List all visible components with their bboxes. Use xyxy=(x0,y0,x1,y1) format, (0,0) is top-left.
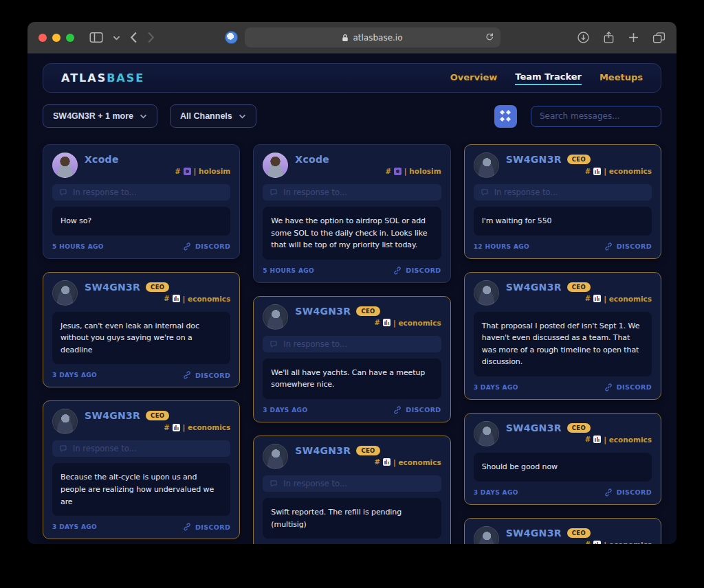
message-card: SW4GN3R CEO # | economics Should be good… xyxy=(464,413,661,505)
card-footer: 3 DAYS AGO DISCORD xyxy=(52,371,230,379)
message-card: SW4GN3R CEO # | economics Jesus, can't e… xyxy=(43,272,240,388)
source-link[interactable]: DISCORD xyxy=(183,523,230,531)
channels-filter-dropdown[interactable]: All Channels xyxy=(170,104,256,128)
reply-bar[interactable]: In response to... xyxy=(263,184,441,201)
channel-hash: # xyxy=(164,424,169,431)
channel-hash: # xyxy=(175,168,180,175)
reply-placeholder: In response to... xyxy=(283,479,347,488)
avatar xyxy=(52,152,78,178)
traffic-lights xyxy=(38,34,74,42)
toolbar-left xyxy=(89,32,155,43)
card-footer: 5 HOURS AGO DISCORD xyxy=(263,267,441,275)
diamond-grid-button[interactable] xyxy=(494,105,517,128)
avatar xyxy=(474,526,499,544)
message-box: We'll all have yachts. Can have a meetup… xyxy=(263,359,441,399)
card-header: SW4GN3R CEO # | economics xyxy=(263,444,441,469)
reload-icon[interactable] xyxy=(485,32,494,44)
source-label: DISCORD xyxy=(406,406,441,414)
reply-bar[interactable]: In response to... xyxy=(52,440,230,457)
nav-team-tracker[interactable]: Team Tracker xyxy=(515,71,582,85)
message-card: SW4GN3R CEO # | economics Btw, the recen… xyxy=(464,518,661,544)
channel-hash: # xyxy=(385,168,390,175)
extension-icon[interactable] xyxy=(225,31,238,44)
card-header: SW4GN3R CEO # | economics xyxy=(474,421,652,446)
back-icon[interactable] xyxy=(130,32,138,43)
minimize-icon[interactable] xyxy=(52,34,60,42)
game-icon xyxy=(184,168,191,175)
author-name: SW4GN3R xyxy=(295,445,351,456)
sidebar-icon[interactable] xyxy=(89,32,103,43)
source-link[interactable]: DISCORD xyxy=(604,488,652,497)
reply-bar[interactable]: In response to... xyxy=(263,475,441,492)
logo: ATLASBASE xyxy=(61,71,144,84)
card-header: SW4GN3R CEO # | economics xyxy=(52,409,230,434)
reply-placeholder: In response to... xyxy=(73,444,137,453)
source-link[interactable]: DISCORD xyxy=(604,383,652,392)
speech-bubble-icon xyxy=(270,479,278,488)
new-tab-icon[interactable] xyxy=(628,32,639,43)
reply-bar[interactable]: In response to... xyxy=(263,336,441,352)
avatar xyxy=(474,280,499,306)
source-link[interactable]: DISCORD xyxy=(183,242,230,251)
message-box: How so? xyxy=(52,207,230,236)
download-icon[interactable] xyxy=(577,31,590,44)
chevron-down-icon[interactable] xyxy=(113,35,120,41)
card-header: SW4GN3R CEO # | economics xyxy=(474,280,652,306)
message-card: SW4GN3R CEO # | economics That proposal … xyxy=(464,272,661,400)
forward-icon[interactable] xyxy=(147,32,155,43)
members-filter-dropdown[interactable]: SW4GN3R + 1 more xyxy=(43,104,157,128)
source-label: DISCORD xyxy=(617,383,652,391)
cards-grid: Xcode # | holosim In response to... How … xyxy=(43,144,661,544)
reply-placeholder: In response to... xyxy=(73,188,137,197)
bar-chart-icon xyxy=(173,424,180,431)
source-link[interactable]: DISCORD xyxy=(393,267,441,275)
source-link[interactable]: DISCORD xyxy=(183,371,230,379)
channel-label: | holosim xyxy=(404,167,441,175)
author-name: SW4GN3R xyxy=(85,410,140,421)
chevron-down-icon xyxy=(140,114,147,119)
message-card: SW4GN3R CEO # | economics In response to… xyxy=(253,436,450,544)
logo-primary: ATLAS xyxy=(61,71,107,84)
zoom-icon[interactable] xyxy=(66,34,74,42)
reply-bar[interactable]: In response to... xyxy=(474,184,652,201)
channel-label: | holosim xyxy=(194,167,231,175)
bar-chart-icon xyxy=(593,541,601,544)
author-name: SW4GN3R xyxy=(506,422,562,433)
channel-label: | economics xyxy=(604,541,652,544)
message-card: SW4GN3R CEO # | economics In response to… xyxy=(253,296,450,422)
source-link[interactable]: DISCORD xyxy=(604,242,652,251)
page-content: ATLASBASE Overview Team Tracker Meetups … xyxy=(28,54,676,544)
avatar xyxy=(263,304,288,330)
reply-bar[interactable]: In response to... xyxy=(52,184,230,201)
channel-hash: # xyxy=(585,295,591,302)
avatar xyxy=(52,280,78,306)
author-name: SW4GN3R xyxy=(506,528,562,539)
close-icon[interactable] xyxy=(38,34,47,42)
message-text: Should be good now xyxy=(482,461,644,473)
message-text: We'll all have yachts. Can have a meetup… xyxy=(271,367,432,391)
tabs-icon[interactable] xyxy=(652,32,666,44)
source-link[interactable]: DISCORD xyxy=(393,406,441,414)
channel-hash: # xyxy=(375,458,380,466)
timestamp: 3 DAYS AGO xyxy=(474,489,518,496)
card-footer: 3 DAYS AGO DISCORD xyxy=(474,488,652,497)
message-card: SW4GN3R CEO # | economics In response to… xyxy=(464,144,661,259)
message-text: I'm waiting for 550 xyxy=(482,215,644,227)
filter-row: SW4GN3R + 1 more All Channels xyxy=(43,104,661,128)
message-box: Swift reported. The refill is pending (m… xyxy=(263,498,441,539)
share-icon[interactable] xyxy=(603,31,615,44)
timestamp: 5 HOURS AGO xyxy=(52,243,104,250)
nav-meetups[interactable]: Meetups xyxy=(600,72,643,84)
url-bar[interactable]: atlasbase.io xyxy=(245,27,500,47)
search-input[interactable] xyxy=(531,106,661,127)
nav-overview[interactable]: Overview xyxy=(450,72,498,84)
channel-hash: # xyxy=(585,168,591,175)
message-box: Jesus, can't even leak an internal doc w… xyxy=(52,312,230,365)
source-label: DISCORD xyxy=(406,267,441,274)
author-name: SW4GN3R xyxy=(506,282,562,293)
role-badge: CEO xyxy=(567,155,591,164)
reply-placeholder: In response to... xyxy=(283,188,347,197)
card-footer: 5 HOURS AGO DISCORD xyxy=(52,242,230,251)
card-header: Xcode # | holosim xyxy=(263,152,441,178)
timestamp: 3 DAYS AGO xyxy=(474,384,518,391)
